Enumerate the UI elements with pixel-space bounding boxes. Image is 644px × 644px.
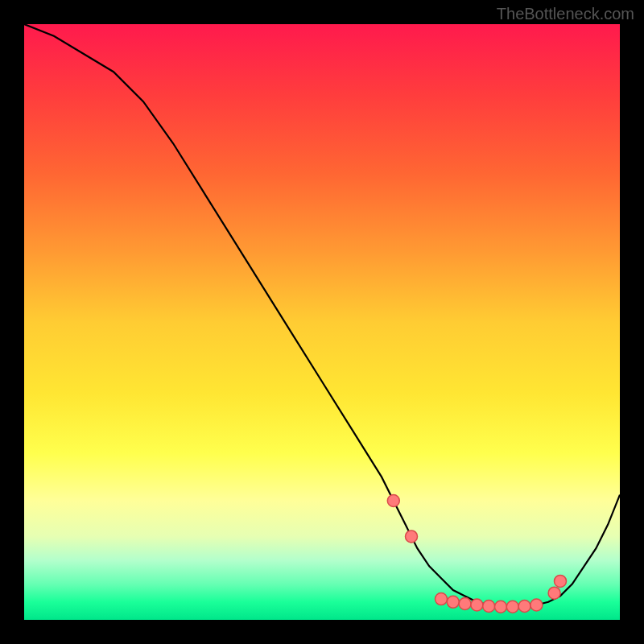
curve-marker [459, 598, 471, 610]
curve-marker [447, 596, 459, 608]
curve-marker [506, 601, 518, 613]
curve-marker [471, 599, 483, 611]
curve-marker [518, 600, 530, 612]
curve-marker [530, 599, 543, 611]
curve-marker [387, 495, 399, 507]
chart-svg [24, 24, 620, 620]
curve-marker [406, 530, 418, 543]
curve-markers [387, 495, 566, 613]
curve-marker [548, 587, 560, 599]
chart-plot-area [24, 24, 620, 620]
curve-marker [495, 601, 507, 613]
curve-marker [436, 593, 448, 605]
curve-marker [555, 575, 567, 587]
curve-path [24, 24, 620, 608]
watermark-text: TheBottleneck.com [497, 5, 634, 23]
curve-marker [483, 600, 495, 612]
